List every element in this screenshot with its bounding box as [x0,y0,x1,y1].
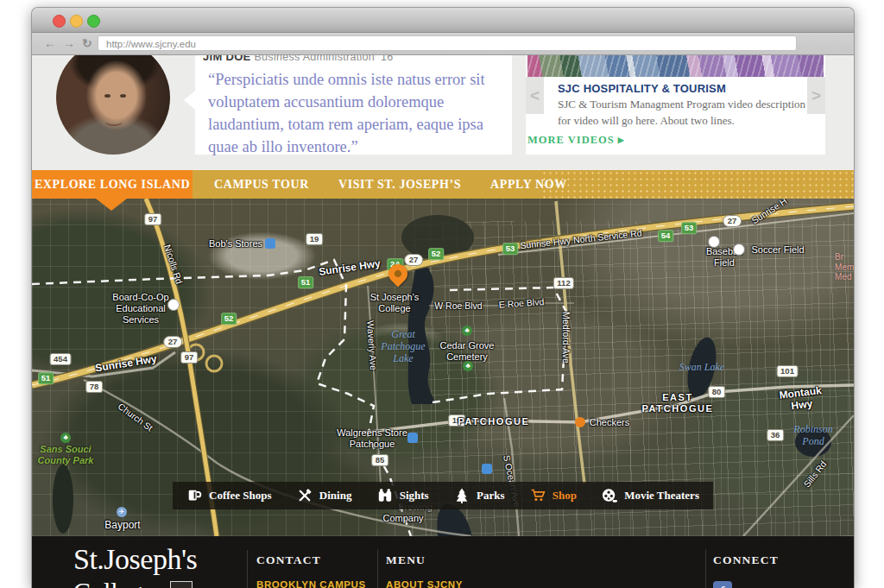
filter-label: Coffee Shops [209,489,272,503]
map-label-company: Company [382,513,423,524]
footer-menu-heading: MENU [386,553,426,567]
filter-label: Shop [552,489,577,503]
video-card: < > SJC HOSPITALITY & TOURISM SJC & Tour… [526,47,825,155]
map-category-toolbar: Coffee Shops Dining Sights Parks Shop Mo… [173,482,713,509]
minimize-window-button[interactable] [70,15,83,28]
map-label-checkers: Checkers [590,417,629,428]
back-icon[interactable]: ← [44,35,56,51]
footer-logo-badge [170,581,193,588]
exit-marker-53: 53 [502,243,518,255]
map-label-sans-souci-park: Sans Souci County Park [38,444,94,466]
video-prev-button[interactable]: < [526,77,544,114]
map-label-soccer-field: Soccer Field [751,244,804,256]
restaurant-poi-icon [575,417,585,427]
map-label-patchogue: PATCHOGUE [458,416,529,427]
tree-icon [454,488,470,503]
refresh-icon[interactable]: ↻ [82,35,92,51]
facebook-icon[interactable]: f [713,581,732,588]
footer-divider [247,550,248,588]
route-shield-27: 27 [163,336,182,348]
nav-visit-st-josephs[interactable]: VISIT ST. JOSEPH’S [324,178,476,192]
footer-divider [377,550,378,588]
exit-marker-52: 52 [221,313,237,325]
map-label-w-roe-blvd: W Roe Blvd [434,300,482,311]
footer-link-brooklyn-campus[interactable]: BROOKLYN CAMPUS [256,579,366,588]
footer-logo-line2: College [73,577,154,588]
filter-label: Sights [400,489,429,503]
student-avatar [56,41,170,155]
zoom-window-button[interactable] [87,15,100,28]
park-poi-icon: ♣ [462,326,472,336]
route-shield-454: 454 [50,353,72,365]
avatar-smile [105,117,123,126]
close-window-button[interactable] [53,15,66,28]
more-videos-link[interactable]: MORE VIDEOS ▶ [527,134,625,147]
map-label-medford-ave: Medford-Ave [561,312,571,364]
route-shield-27: 27 [723,215,742,227]
filter-coffee-shops[interactable]: Coffee Shops [186,488,272,503]
filter-label: Movie Theaters [624,489,699,503]
nav-apply-now[interactable]: APPLY NOW [476,178,582,192]
video-next-button[interactable]: > [807,77,825,114]
map-label-bobs-stores: Bob's Stores [209,238,262,250]
route-shield-19: 19 [306,233,323,245]
filter-shop[interactable]: Shop [530,488,577,503]
page-footer: St.Joseph's College CONTACT BROOKLYN CAM… [32,536,854,588]
desktop: ← → ↻ http://www.sjcny.edu JIM DOE Busin… [0,0,884,588]
map-label-swan-lake: Swan Lake [679,361,724,373]
footer-connect-heading: CONNECT [713,553,779,567]
video-title: SJC HOSPITALITY & TOURISM [558,82,726,95]
filter-label: Dining [319,489,352,503]
browser-titlebar[interactable] [32,8,854,33]
ballfield-poi-icon [733,243,745,256]
map-label-board-coop: Board-Co-Op Educational Services [112,292,168,326]
filter-label: Parks [477,489,505,503]
section-nav: EXPLORE LONG ISLAND CAMPUS TOUR VISIT ST… [32,170,854,199]
exit-marker-53: 53 [681,222,697,234]
nav-explore-long-island[interactable]: EXPLORE LONG ISLAND [32,170,193,199]
film-reel-icon [602,488,617,503]
more-videos-label: MORE VIDEOS [527,134,615,146]
nav-campus-tour[interactable]: CAMPUS TOUR [199,178,324,192]
nav-active-pointer [96,199,127,211]
map-label-great-patchogue-lake: Great Patchogue Lake [381,328,425,364]
binoculars-icon [377,488,393,503]
map-label-walgreens: Walgreens Store Patchogue [337,427,407,450]
park-poi-icon: ♣ [60,433,71,443]
ballfield-poi-icon [708,236,720,248]
school-poi-icon [167,299,180,311]
map-label-east-patchogue: EAST PATCHOGUE [641,392,713,414]
filter-movie-theaters[interactable]: Movie Theaters [602,488,699,503]
url-text: http://www.sjcny.edu [106,39,196,49]
route-shield-97: 97 [144,213,161,225]
avatar-eye [104,94,110,98]
video-description: SJC & Tourism Managment Program video de… [558,97,808,130]
browser-window: ← → ↻ http://www.sjcny.edu JIM DOE Busin… [31,7,855,588]
route-shield-101: 101 [777,365,799,377]
route-shield-112: 112 [553,277,574,289]
filter-sights[interactable]: Sights [377,488,429,503]
route-shield-85: 85 [371,454,388,466]
filter-dining[interactable]: Dining [297,488,352,503]
play-arrow-icon: ▶ [618,136,625,144]
map-label-bayport: Bayport [104,519,140,531]
footer-link-about-sjcny[interactable]: ABOUT SJCNY [386,579,463,588]
satellite-map[interactable]: 97 19 454 27 97 78 27 112 27 85 19 101 8… [32,199,854,536]
map-label-cedar-grove-cemetery: Cedar Grove Cemetery [440,340,495,363]
testimonial-quote: “Perspiciatis unde omnis iste natus erro… [208,68,493,158]
store-poi-icon [265,238,275,249]
route-shield-36: 36 [767,429,784,441]
footer-logo-line1: St.Joseph's [73,543,197,576]
mug-icon [186,488,202,503]
route-shield-78: 78 [85,381,103,393]
filter-parks[interactable]: Parks [454,488,505,503]
airport-poi-icon: ✈ [117,507,127,517]
url-bar[interactable]: http://www.sjcny.edu [98,35,797,51]
route-shield-97: 97 [180,351,198,364]
cart-icon [530,488,546,503]
forward-icon[interactable]: → [63,35,75,51]
testimonial-bubble: JIM DOE Business Administration ’16 “Per… [195,47,512,155]
footer-divider [705,550,706,588]
exit-marker-51: 51 [38,372,54,384]
footer-contact-heading: CONTACT [256,553,321,567]
